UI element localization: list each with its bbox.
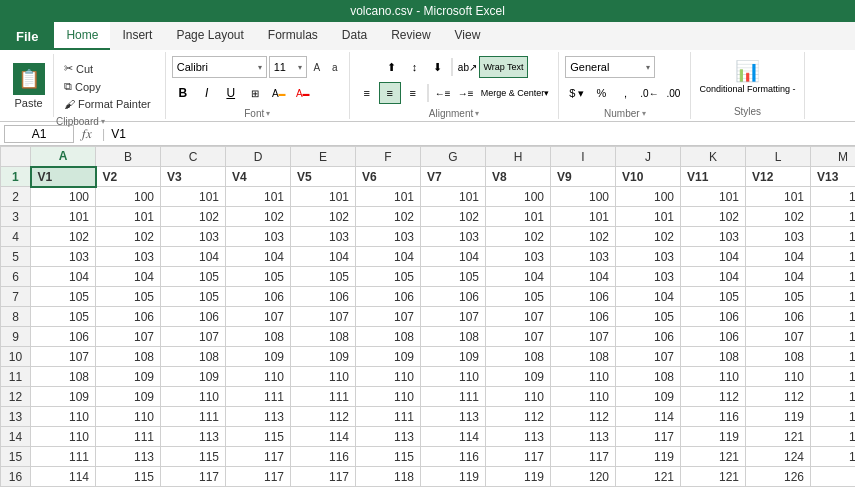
cell[interactable]: 110 <box>226 367 291 387</box>
currency-button[interactable]: $ ▾ <box>565 82 588 104</box>
cell[interactable]: 119 <box>681 427 746 447</box>
row-header-16[interactable]: 16 <box>1 467 31 487</box>
cell[interactable]: 124 <box>811 427 856 447</box>
cell[interactable]: 102 <box>31 227 96 247</box>
cell[interactable]: 101 <box>31 207 96 227</box>
row-header-9[interactable]: 9 <box>1 327 31 347</box>
cell[interactable]: 103 <box>356 227 421 247</box>
cell[interactable]: 103 <box>161 227 226 247</box>
cell[interactable]: 107 <box>161 327 226 347</box>
cell[interactable]: 105 <box>811 247 856 267</box>
cell[interactable]: 112 <box>486 407 551 427</box>
cell[interactable]: 100 <box>31 187 96 207</box>
col-header-I[interactable]: I <box>551 147 616 167</box>
cell[interactable]: 101 <box>291 187 356 207</box>
row-header-2[interactable]: 2 <box>1 187 31 207</box>
border-button[interactable]: ⊞ <box>244 82 266 104</box>
col-header-A[interactable]: A <box>31 147 96 167</box>
cell[interactable]: 105 <box>291 267 356 287</box>
cell[interactable]: 121 <box>746 427 811 447</box>
cell[interactable]: 111 <box>291 387 356 407</box>
cell[interactable]: 104 <box>681 267 746 287</box>
cell[interactable]: 104 <box>811 227 856 247</box>
cell[interactable]: 102 <box>616 227 681 247</box>
cell[interactable]: 105 <box>681 287 746 307</box>
cell[interactable]: 100 <box>616 187 681 207</box>
cell[interactable]: 111 <box>96 427 161 447</box>
row-header-10[interactable]: 10 <box>1 347 31 367</box>
cell[interactable]: V8 <box>486 167 551 187</box>
cell[interactable]: 120 <box>551 467 616 487</box>
cell[interactable]: 121 <box>811 407 856 427</box>
middle-align-button[interactable]: ↕ <box>403 56 425 78</box>
row-header-11[interactable]: 11 <box>1 367 31 387</box>
cell[interactable]: 104 <box>486 267 551 287</box>
cell[interactable]: 117 <box>226 467 291 487</box>
cell[interactable]: 105 <box>811 267 856 287</box>
cell[interactable]: 100 <box>96 187 161 207</box>
cell[interactable]: 111 <box>31 447 96 467</box>
conditional-formatting-button[interactable]: 📊 Conditional Formatting - <box>699 58 795 96</box>
cell[interactable]: 117 <box>616 427 681 447</box>
cell[interactable]: 106 <box>681 307 746 327</box>
cell[interactable]: 107 <box>811 307 856 327</box>
cell[interactable]: 108 <box>811 327 856 347</box>
cell[interactable]: 110 <box>31 407 96 427</box>
cell[interactable]: 111 <box>161 407 226 427</box>
cell[interactable]: 121 <box>616 467 681 487</box>
cell[interactable]: 106 <box>811 287 856 307</box>
cell[interactable]: 109 <box>356 347 421 367</box>
clipboard-expand-icon[interactable]: ▾ <box>101 117 105 126</box>
cell[interactable]: 109 <box>421 347 486 367</box>
cell[interactable]: 101 <box>746 187 811 207</box>
tab-data[interactable]: Data <box>330 22 379 50</box>
cell[interactable]: 106 <box>226 287 291 307</box>
cell[interactable]: 107 <box>421 307 486 327</box>
cell[interactable]: 105 <box>486 287 551 307</box>
cell[interactable]: 117 <box>161 467 226 487</box>
cell[interactable] <box>811 467 856 487</box>
cell[interactable]: 106 <box>551 287 616 307</box>
tab-home[interactable]: Home <box>54 22 110 50</box>
cell[interactable]: 119 <box>486 467 551 487</box>
cell[interactable]: 100 <box>486 187 551 207</box>
cell[interactable]: 107 <box>616 347 681 367</box>
underline-button[interactable]: U <box>220 82 242 104</box>
row-header-12[interactable]: 12 <box>1 387 31 407</box>
font-size-decrease-button[interactable]: a <box>327 59 343 75</box>
col-header-B[interactable]: B <box>96 147 161 167</box>
cell[interactable]: 114 <box>291 427 356 447</box>
row-header-5[interactable]: 5 <box>1 247 31 267</box>
cell[interactable]: 119 <box>746 407 811 427</box>
cell[interactable]: 102 <box>681 207 746 227</box>
italic-button[interactable]: I <box>196 82 218 104</box>
center-align-button[interactable]: ≡ <box>379 82 401 104</box>
cell[interactable]: 109 <box>486 367 551 387</box>
col-header-H[interactable]: H <box>486 147 551 167</box>
cell[interactable]: 112 <box>291 407 356 427</box>
cell[interactable]: 105 <box>356 267 421 287</box>
cell[interactable]: 113 <box>486 427 551 447</box>
cell[interactable]: 110 <box>421 367 486 387</box>
cell[interactable]: 101 <box>681 187 746 207</box>
cell[interactable]: 104 <box>356 247 421 267</box>
cell[interactable]: 107 <box>746 327 811 347</box>
cell[interactable]: 102 <box>226 207 291 227</box>
cell[interactable]: V12 <box>746 167 811 187</box>
cell[interactable]: 113 <box>356 427 421 447</box>
format-painter-button[interactable]: 🖌 Format Painter <box>60 96 155 112</box>
cell[interactable]: 107 <box>486 327 551 347</box>
formula-function-icon[interactable]: 𝑓𝑥 <box>78 126 96 142</box>
cell[interactable]: 106 <box>746 307 811 327</box>
cell[interactable]: 114 <box>421 427 486 447</box>
cell[interactable]: 103 <box>31 247 96 267</box>
cell[interactable]: 111 <box>226 387 291 407</box>
cell[interactable]: 105 <box>746 287 811 307</box>
cell[interactable]: 102 <box>356 207 421 227</box>
cell[interactable]: 119 <box>616 447 681 467</box>
cell[interactable]: 105 <box>31 307 96 327</box>
row-header-6[interactable]: 6 <box>1 267 31 287</box>
cell[interactable]: 110 <box>356 387 421 407</box>
cell[interactable]: 111 <box>356 407 421 427</box>
cell[interactable]: 108 <box>551 347 616 367</box>
